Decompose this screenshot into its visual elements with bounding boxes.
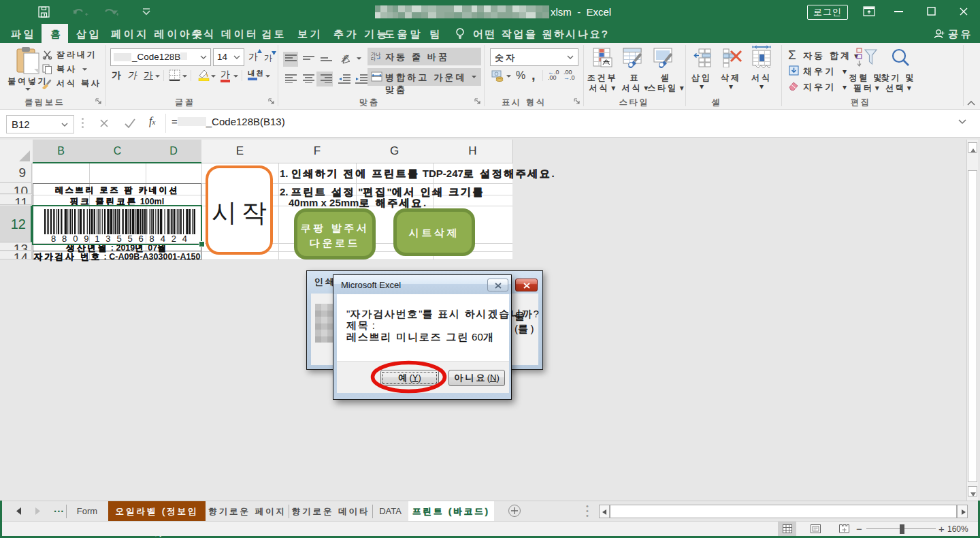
svg-text:ab: ab <box>340 53 350 63</box>
svg-text:다: 다 <box>371 57 376 61</box>
svg-text:가나: 가나 <box>371 52 381 57</box>
